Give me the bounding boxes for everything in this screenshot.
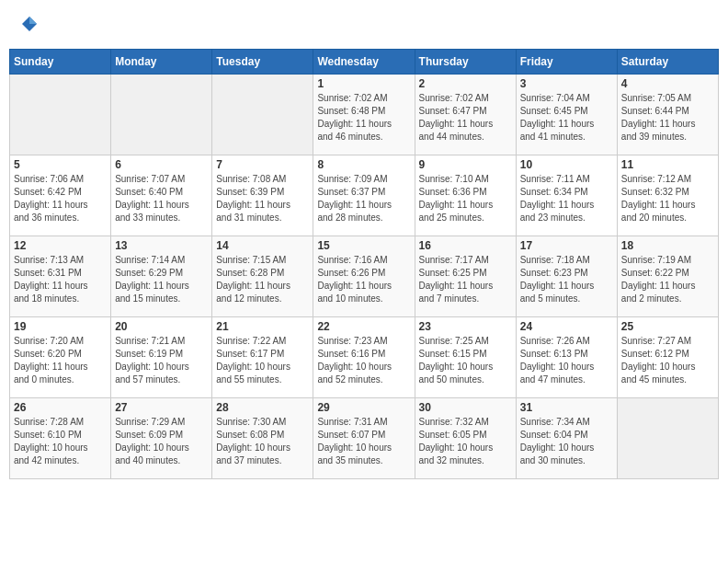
day-info: Sunrise: 7:32 AM Sunset: 6:05 PM Dayligh… bbox=[419, 416, 512, 467]
day-number: 31 bbox=[520, 401, 613, 414]
day-info: Sunrise: 7:14 AM Sunset: 6:29 PM Dayligh… bbox=[115, 254, 208, 305]
day-info: Sunrise: 7:02 AM Sunset: 6:48 PM Dayligh… bbox=[317, 92, 410, 144]
day-info: Sunrise: 7:05 AM Sunset: 6:44 PM Dayligh… bbox=[621, 92, 714, 144]
calendar-cell: 11Sunrise: 7:12 AM Sunset: 6:32 PM Dayli… bbox=[617, 155, 718, 236]
calendar-cell: 8Sunrise: 7:09 AM Sunset: 6:37 PM Daylig… bbox=[313, 155, 415, 236]
day-number: 11 bbox=[621, 158, 714, 171]
calendar-cell: 22Sunrise: 7:23 AM Sunset: 6:16 PM Dayli… bbox=[313, 317, 415, 398]
calendar-cell: 26Sunrise: 7:28 AM Sunset: 6:10 PM Dayli… bbox=[10, 398, 111, 479]
calendar-cell: 20Sunrise: 7:21 AM Sunset: 6:19 PM Dayli… bbox=[111, 317, 212, 398]
calendar: SundayMondayTuesdayWednesdayThursdayFrid… bbox=[9, 49, 719, 479]
day-number: 9 bbox=[419, 158, 512, 171]
day-number: 1 bbox=[317, 77, 410, 90]
calendar-week-row: 19Sunrise: 7:20 AM Sunset: 6:20 PM Dayli… bbox=[10, 317, 719, 398]
logo-icon bbox=[20, 15, 39, 33]
calendar-week-row: 5Sunrise: 7:06 AM Sunset: 6:42 PM Daylig… bbox=[10, 155, 719, 236]
calendar-cell: 5Sunrise: 7:06 AM Sunset: 6:42 PM Daylig… bbox=[10, 155, 111, 236]
logo bbox=[18, 17, 39, 38]
day-number: 3 bbox=[520, 77, 613, 90]
day-number: 4 bbox=[621, 77, 714, 90]
day-info: Sunrise: 7:34 AM Sunset: 6:04 PM Dayligh… bbox=[520, 416, 613, 467]
day-info: Sunrise: 7:11 AM Sunset: 6:34 PM Dayligh… bbox=[520, 173, 613, 224]
day-info: Sunrise: 7:27 AM Sunset: 6:12 PM Dayligh… bbox=[621, 335, 714, 386]
weekday-label: Wednesday bbox=[313, 50, 415, 75]
day-info: Sunrise: 7:16 AM Sunset: 6:26 PM Dayligh… bbox=[317, 254, 410, 305]
day-info: Sunrise: 7:28 AM Sunset: 6:10 PM Dayligh… bbox=[14, 416, 107, 467]
calendar-cell: 17Sunrise: 7:18 AM Sunset: 6:23 PM Dayli… bbox=[516, 236, 617, 317]
day-info: Sunrise: 7:08 AM Sunset: 6:39 PM Dayligh… bbox=[216, 173, 309, 224]
day-number: 30 bbox=[419, 401, 512, 414]
day-info: Sunrise: 7:09 AM Sunset: 6:37 PM Dayligh… bbox=[317, 173, 410, 224]
calendar-cell: 25Sunrise: 7:27 AM Sunset: 6:12 PM Dayli… bbox=[617, 317, 718, 398]
calendar-cell: 15Sunrise: 7:16 AM Sunset: 6:26 PM Dayli… bbox=[313, 236, 415, 317]
calendar-body: 1Sunrise: 7:02 AM Sunset: 6:48 PM Daylig… bbox=[10, 75, 719, 479]
day-info: Sunrise: 7:22 AM Sunset: 6:17 PM Dayligh… bbox=[216, 335, 309, 386]
calendar-cell: 1Sunrise: 7:02 AM Sunset: 6:48 PM Daylig… bbox=[313, 75, 415, 155]
calendar-cell: 14Sunrise: 7:15 AM Sunset: 6:28 PM Dayli… bbox=[212, 236, 313, 317]
day-info: Sunrise: 7:21 AM Sunset: 6:19 PM Dayligh… bbox=[115, 335, 208, 386]
day-number: 6 bbox=[115, 158, 208, 171]
day-number: 5 bbox=[14, 158, 107, 171]
weekday-label: Tuesday bbox=[212, 50, 313, 75]
day-number: 12 bbox=[14, 239, 107, 252]
day-number: 8 bbox=[317, 158, 410, 171]
weekday-label: Monday bbox=[111, 50, 212, 75]
calendar-cell: 27Sunrise: 7:29 AM Sunset: 6:09 PM Dayli… bbox=[111, 398, 212, 479]
weekday-label: Saturday bbox=[617, 50, 718, 75]
day-number: 7 bbox=[216, 158, 309, 171]
calendar-cell: 19Sunrise: 7:20 AM Sunset: 6:20 PM Dayli… bbox=[10, 317, 111, 398]
calendar-cell: 29Sunrise: 7:31 AM Sunset: 6:07 PM Dayli… bbox=[313, 398, 415, 479]
calendar-cell: 28Sunrise: 7:30 AM Sunset: 6:08 PM Dayli… bbox=[212, 398, 313, 479]
day-number: 17 bbox=[520, 239, 613, 252]
calendar-week-row: 26Sunrise: 7:28 AM Sunset: 6:10 PM Dayli… bbox=[10, 398, 719, 479]
day-number: 26 bbox=[14, 401, 107, 414]
calendar-cell bbox=[617, 398, 718, 479]
day-number: 29 bbox=[317, 401, 410, 414]
day-number: 18 bbox=[621, 239, 714, 252]
day-info: Sunrise: 7:10 AM Sunset: 6:36 PM Dayligh… bbox=[419, 173, 512, 224]
day-number: 22 bbox=[317, 320, 410, 333]
day-number: 15 bbox=[317, 239, 410, 252]
calendar-cell: 30Sunrise: 7:32 AM Sunset: 6:05 PM Dayli… bbox=[415, 398, 516, 479]
calendar-cell bbox=[111, 75, 212, 155]
day-info: Sunrise: 7:17 AM Sunset: 6:25 PM Dayligh… bbox=[419, 254, 512, 305]
calendar-cell: 10Sunrise: 7:11 AM Sunset: 6:34 PM Dayli… bbox=[516, 155, 617, 236]
day-info: Sunrise: 7:29 AM Sunset: 6:09 PM Dayligh… bbox=[115, 416, 208, 467]
header bbox=[9, 9, 719, 41]
calendar-cell: 24Sunrise: 7:26 AM Sunset: 6:13 PM Dayli… bbox=[516, 317, 617, 398]
day-number: 21 bbox=[216, 320, 309, 333]
day-number: 16 bbox=[419, 239, 512, 252]
day-info: Sunrise: 7:04 AM Sunset: 6:45 PM Dayligh… bbox=[520, 92, 613, 144]
weekday-header-row: SundayMondayTuesdayWednesdayThursdayFrid… bbox=[10, 50, 719, 75]
calendar-cell: 7Sunrise: 7:08 AM Sunset: 6:39 PM Daylig… bbox=[212, 155, 313, 236]
day-info: Sunrise: 7:07 AM Sunset: 6:40 PM Dayligh… bbox=[115, 173, 208, 224]
day-info: Sunrise: 7:26 AM Sunset: 6:13 PM Dayligh… bbox=[520, 335, 613, 386]
calendar-cell: 9Sunrise: 7:10 AM Sunset: 6:36 PM Daylig… bbox=[415, 155, 516, 236]
day-info: Sunrise: 7:12 AM Sunset: 6:32 PM Dayligh… bbox=[621, 173, 714, 224]
day-info: Sunrise: 7:18 AM Sunset: 6:23 PM Dayligh… bbox=[520, 254, 613, 305]
calendar-cell: 18Sunrise: 7:19 AM Sunset: 6:22 PM Dayli… bbox=[617, 236, 718, 317]
weekday-label: Friday bbox=[516, 50, 617, 75]
calendar-cell: 2Sunrise: 7:02 AM Sunset: 6:47 PM Daylig… bbox=[415, 75, 516, 155]
day-info: Sunrise: 7:20 AM Sunset: 6:20 PM Dayligh… bbox=[14, 335, 107, 386]
day-number: 27 bbox=[115, 401, 208, 414]
day-number: 14 bbox=[216, 239, 309, 252]
calendar-week-row: 12Sunrise: 7:13 AM Sunset: 6:31 PM Dayli… bbox=[10, 236, 719, 317]
day-number: 19 bbox=[14, 320, 107, 333]
calendar-cell: 3Sunrise: 7:04 AM Sunset: 6:45 PM Daylig… bbox=[516, 75, 617, 155]
weekday-label: Sunday bbox=[10, 50, 111, 75]
day-number: 23 bbox=[419, 320, 512, 333]
calendar-cell: 21Sunrise: 7:22 AM Sunset: 6:17 PM Dayli… bbox=[212, 317, 313, 398]
calendar-week-row: 1Sunrise: 7:02 AM Sunset: 6:48 PM Daylig… bbox=[10, 75, 719, 155]
weekday-label: Thursday bbox=[415, 50, 516, 75]
day-number: 24 bbox=[520, 320, 613, 333]
day-info: Sunrise: 7:23 AM Sunset: 6:16 PM Dayligh… bbox=[317, 335, 410, 386]
day-number: 25 bbox=[621, 320, 714, 333]
day-info: Sunrise: 7:06 AM Sunset: 6:42 PM Dayligh… bbox=[14, 173, 107, 224]
svg-marker-1 bbox=[29, 17, 37, 24]
calendar-cell bbox=[10, 75, 111, 155]
day-info: Sunrise: 7:25 AM Sunset: 6:15 PM Dayligh… bbox=[419, 335, 512, 386]
day-info: Sunrise: 7:15 AM Sunset: 6:28 PM Dayligh… bbox=[216, 254, 309, 305]
calendar-cell: 31Sunrise: 7:34 AM Sunset: 6:04 PM Dayli… bbox=[516, 398, 617, 479]
day-info: Sunrise: 7:30 AM Sunset: 6:08 PM Dayligh… bbox=[216, 416, 309, 467]
